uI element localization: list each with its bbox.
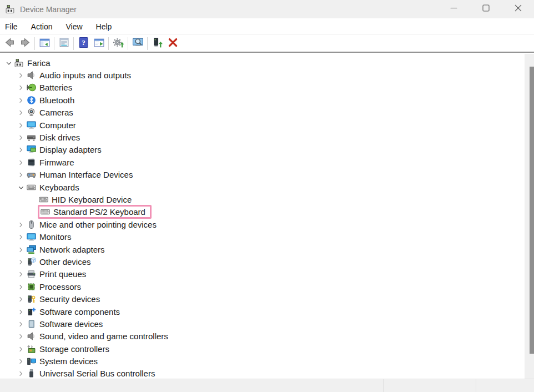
tree-item-software-devices[interactable]: Software devices bbox=[0, 318, 534, 330]
minimize-button[interactable] bbox=[437, 0, 470, 18]
tree-item-content: Processors bbox=[27, 282, 81, 292]
chevron-right-icon[interactable] bbox=[14, 83, 27, 92]
tree-item-content: Computer bbox=[27, 120, 76, 130]
maximize-button[interactable] bbox=[470, 0, 502, 18]
menu-help[interactable]: Help bbox=[89, 19, 119, 34]
forward-button[interactable] bbox=[17, 37, 33, 51]
close-button[interactable] bbox=[502, 0, 534, 18]
chevron-right-icon[interactable] bbox=[14, 96, 27, 104]
tree-item-standard-ps-2-keyboard[interactable]: Standard PS/2 Keyboard bbox=[0, 206, 534, 218]
tree-item-farica[interactable]: Farica bbox=[0, 57, 534, 69]
tree-item-cameras[interactable]: Cameras bbox=[0, 107, 534, 119]
chevron-right-icon[interactable] bbox=[14, 220, 27, 229]
tree-item-disk-drives[interactable]: Disk drives bbox=[0, 131, 534, 143]
chevron-right-icon[interactable] bbox=[14, 270, 27, 278]
tree-item-firmware[interactable]: Firmware bbox=[0, 156, 534, 168]
tree-item-label: Storage controllers bbox=[39, 344, 109, 354]
tree-item-batteries[interactable]: Batteries bbox=[0, 82, 534, 94]
menu-action[interactable]: Action bbox=[24, 19, 59, 34]
chevron-right-icon[interactable] bbox=[14, 283, 27, 291]
chevron-right-icon[interactable] bbox=[14, 233, 27, 241]
tree-item-storage-controllers[interactable]: Storage controllers bbox=[0, 343, 534, 355]
chevron-right-icon[interactable] bbox=[14, 108, 27, 117]
menu-view[interactable]: View bbox=[59, 19, 89, 34]
window-title: Device Manager bbox=[20, 5, 77, 14]
tree-item-display-adapters[interactable]: Display adapters bbox=[0, 144, 534, 156]
chevron-right-icon[interactable] bbox=[14, 71, 27, 79]
menu-file[interactable]: File bbox=[0, 19, 24, 34]
tree-item-network-adapters[interactable]: Network adapters bbox=[0, 243, 534, 255]
device-manager-icon bbox=[6, 4, 15, 14]
back-button[interactable] bbox=[2, 37, 17, 51]
tree-item-print-queues[interactable]: Print queues bbox=[0, 268, 534, 280]
tree-item-label: Print queues bbox=[39, 269, 86, 279]
tree-item-hid-keyboard-device[interactable]: HID Keyboard Device bbox=[0, 193, 534, 205]
tree-item-keyboards[interactable]: Keyboards bbox=[0, 181, 534, 193]
chevron-down-icon[interactable] bbox=[2, 59, 14, 67]
chevron-right-icon[interactable] bbox=[14, 258, 27, 266]
chevron-right-icon[interactable] bbox=[14, 369, 27, 378]
tree-item-universal-serial-bus-controllers[interactable]: Universal Serial Bus controllers bbox=[0, 368, 534, 379]
tree-item-content: Print queues bbox=[27, 269, 86, 279]
chevron-right-icon[interactable] bbox=[14, 170, 27, 179]
show-action-pane-button[interactable] bbox=[91, 37, 107, 51]
chevron-right-icon[interactable] bbox=[14, 357, 27, 365]
tree-item-label: Monitors bbox=[39, 232, 72, 242]
chevron-right-icon[interactable] bbox=[14, 320, 27, 328]
toolbar-separator bbox=[147, 37, 148, 50]
chevron-right-icon[interactable] bbox=[14, 308, 27, 316]
uninstall-device-button[interactable] bbox=[165, 37, 180, 51]
tree-item-label: HID Keyboard Device bbox=[52, 195, 132, 204]
tree-item-content: Monitors bbox=[27, 232, 72, 242]
mouse-icon bbox=[27, 220, 36, 229]
tree-item-label: Software devices bbox=[39, 319, 103, 329]
system-device-icon bbox=[27, 356, 36, 366]
tree-item-monitors[interactable]: Monitors bbox=[0, 230, 534, 243]
update-driver-button[interactable] bbox=[149, 37, 165, 51]
chevron-right-icon[interactable] bbox=[14, 345, 27, 353]
properties-button[interactable] bbox=[56, 37, 72, 51]
chevron-right-icon[interactable] bbox=[14, 332, 27, 340]
other-device-icon: ? bbox=[27, 257, 36, 267]
toolbar-separator-line bbox=[0, 52, 534, 53]
device-search-button[interactable] bbox=[130, 37, 145, 51]
chevron-right-icon[interactable] bbox=[14, 245, 27, 254]
show-console-tree-button[interactable] bbox=[37, 37, 52, 51]
minimize-icon bbox=[450, 4, 458, 14]
tree-item-software-components[interactable]: Software components bbox=[0, 305, 534, 318]
menubar: File Action View Help bbox=[0, 18, 534, 35]
tree-item-security-devices[interactable]: Security devices bbox=[0, 293, 534, 305]
chevron-right-icon[interactable] bbox=[14, 158, 27, 167]
chevron-down-icon[interactable] bbox=[14, 183, 27, 192]
tree-item-content: Security devices bbox=[27, 294, 100, 304]
help-icon: ? bbox=[78, 37, 89, 51]
svg-text:?: ? bbox=[82, 38, 85, 47]
tree-item-sound-video-and-game-controllers[interactable]: Sound, video and game controllers bbox=[0, 330, 534, 343]
help-button[interactable]: ? bbox=[75, 37, 91, 51]
vertical-scrollbar[interactable] bbox=[525, 54, 534, 379]
tree-item-human-interface-devices[interactable]: Human Interface Devices bbox=[0, 169, 534, 181]
tree-item-content: Display adapters bbox=[27, 145, 102, 154]
tree-item-label: Keyboards bbox=[39, 183, 79, 192]
tree-item-mice-and-other-pointing-devices[interactable]: Mice and other pointing devices bbox=[0, 218, 534, 230]
tree-item-processors[interactable]: Processors bbox=[0, 280, 534, 293]
statusbar-divider bbox=[476, 379, 476, 392]
tree-item-label: Processors bbox=[39, 282, 81, 292]
tree-item-system-devices[interactable]: System devices bbox=[0, 355, 534, 367]
uninstall-x-icon bbox=[167, 37, 179, 51]
chevron-right-icon[interactable] bbox=[14, 133, 27, 142]
tree-item-audio-inputs-and-outputs[interactable]: Audio inputs and outputs bbox=[0, 69, 534, 81]
chevron-right-icon[interactable] bbox=[14, 121, 27, 129]
tree-item-content: Farica bbox=[14, 58, 51, 68]
tree-item-computer[interactable]: Computer bbox=[0, 119, 534, 131]
tree-item-label: Cameras bbox=[39, 108, 73, 117]
chevron-right-icon[interactable] bbox=[14, 295, 27, 303]
storage-controller-icon bbox=[27, 344, 36, 354]
scan-for-hardware-changes-button[interactable] bbox=[110, 37, 126, 51]
tree-item-content: Cameras bbox=[27, 108, 73, 117]
scrollbar-thumb[interactable] bbox=[530, 67, 534, 354]
tree-item-other-devices[interactable]: ?Other devices bbox=[0, 255, 534, 268]
chevron-right-icon[interactable] bbox=[14, 145, 27, 154]
tree-item-bluetooth[interactable]: Bluetooth bbox=[0, 94, 534, 106]
tree-item-label: Universal Serial Bus controllers bbox=[39, 369, 155, 378]
